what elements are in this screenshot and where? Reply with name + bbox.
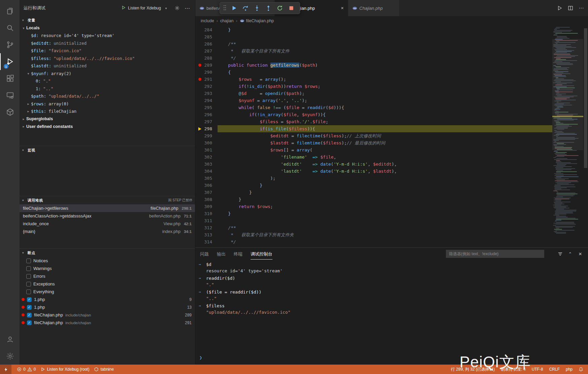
code-text[interactable]: } [218,26,552,33]
breakpoint-filter-row[interactable]: Errors [20,272,195,280]
gutter-decoration[interactable] [195,62,204,69]
variable-row[interactable]: ▾Locals [20,24,195,32]
panel-tab-terminal[interactable]: 终端 [234,248,242,260]
code-text[interactable]: return $rows; [218,203,552,210]
gear-icon[interactable] [173,4,181,12]
line-number[interactable]: 297 [204,118,218,125]
close-icon[interactable]: ✕ [341,6,344,10]
source-control-activity-button[interactable] [0,36,20,53]
code-text[interactable]: 'editdt' => date('Y-m-d H:i:s', $editdt)… [218,161,552,168]
breakpoint-filter-row[interactable]: Notices [20,257,195,265]
code-text[interactable]: 'lastdt' => date('Y-m-d H:i:s', $lastdt)… [218,168,552,175]
gutter-decoration[interactable] [195,83,204,90]
gutter-decoration[interactable] [195,111,204,118]
code-text[interactable]: /** [218,224,552,231]
code-text[interactable]: $lastdt = filemtime($filess);// 最后修改的时间 [218,139,552,146]
gutter-decoration[interactable] [195,203,204,210]
checkbox-checked[interactable]: ✓ [27,305,32,310]
tabnine-status[interactable]: tabnine [94,367,113,372]
code-text[interactable] [218,217,552,224]
code-text[interactable]: } [218,210,552,217]
gutter-decoration[interactable] [195,231,204,238]
breakpoint-row[interactable]: ✓fileChajian.phpinclude/chajian291 [20,319,195,327]
debug-console-input[interactable]: ❯ [195,353,588,362]
debug-continue-button[interactable] [229,3,239,13]
editor-scrollbar[interactable] [583,26,588,247]
breakpoint-row[interactable]: ✓fileChajian.phpinclude/chajian289 [20,311,195,319]
filter-lines-icon[interactable] [557,251,563,257]
remote-explorer-activity-button[interactable] [0,87,20,104]
code-text[interactable]: $nyunf = array('.', '..'); [218,97,552,104]
gutter-decoration[interactable] [195,175,204,182]
code-text[interactable] [218,33,552,40]
code-text[interactable]: ); [218,175,552,182]
line-number[interactable]: 289 [204,62,218,69]
panel-tab-output[interactable]: 输出 [217,248,226,260]
extensions-activity-button[interactable] [0,70,20,87]
gutter-decoration[interactable] [195,154,204,161]
code-text[interactable]: * 获取某个目录下所有文件夹 [218,231,552,238]
line-number[interactable]: 312 [204,224,218,231]
variable-row[interactable]: ▸Superglobals [20,115,195,123]
code-text[interactable]: if(is_file($filess)){ [218,125,552,132]
gutter-decoration[interactable] [195,189,204,196]
encoding-status[interactable]: UTF-8 [532,367,543,372]
variable-row[interactable]: $lastdt:uninitialized [20,62,195,70]
variable-row[interactable]: $d:resource id='4' type='stream' [20,32,195,40]
panel-tab-problems[interactable]: 问题 [200,248,209,260]
code-text[interactable]: * 获取某个目录下所有文件 [218,47,552,55]
drag-handle[interactable] [223,5,226,11]
code-text[interactable]: /** [218,40,552,47]
gutter-decoration[interactable] [195,69,204,76]
debug-step-into-button[interactable] [252,3,262,13]
variable-row[interactable]: ▸$this:fileChajian [20,108,195,115]
checkbox-unchecked[interactable] [26,266,31,271]
more-actions-icon[interactable]: ⋯ [578,5,585,11]
debug-target-status[interactable]: Listen for Xdebug (root) [40,367,89,372]
stack-frame[interactable]: include_onceView.php42:1 [20,220,195,228]
checkbox-unchecked[interactable] [26,290,31,294]
call-stack-section-header[interactable]: ▾ 调用堆栈 因 STEP 已暂停 [20,196,195,204]
code-text[interactable]: */ [218,55,552,62]
gutter-decoration[interactable] [195,161,204,168]
more-actions-icon[interactable]: ⋯ [184,4,191,12]
code-text[interactable]: 'filename' => $file, [218,154,552,161]
line-number[interactable]: 284 [204,26,218,33]
variable-row[interactable]: $file:"favicon.ico" [20,47,195,55]
checkbox-unchecked[interactable] [26,274,31,279]
code-text[interactable]: public function getfilerows($path) [218,62,552,69]
scrollbar-thumb[interactable] [584,28,587,168]
code-text[interactable]: $editdt = filectime($filess);// 上次修改时间 [218,132,552,139]
account-button[interactable] [0,331,20,348]
line-number[interactable]: 292 [204,83,218,90]
checkbox-checked[interactable]: ✓ [27,320,32,325]
code-text[interactable]: if(!is_dir($path))return $rows; [218,83,552,90]
gutter-decoration[interactable] [195,90,204,97]
language-status[interactable]: php [566,367,573,372]
variable-row[interactable]: $editdt:uninitialized [20,39,195,47]
variable-row[interactable]: 1:".." [20,85,195,93]
gutter-decoration[interactable] [195,224,204,231]
settings-button[interactable] [0,348,20,365]
cursor-position[interactable]: 行 289, 列 32 (已选择11) [451,367,495,372]
line-number[interactable]: 300 [204,139,218,146]
minimap[interactable] [552,26,583,247]
breakpoint-row[interactable]: ✓1.php13 [20,303,195,311]
line-number[interactable]: 295 [204,104,218,111]
line-number[interactable]: 291 [204,76,218,83]
debug-step-out-button[interactable] [263,3,273,13]
remote-indicator-icon[interactable] [0,365,11,374]
line-number[interactable]: 308 [204,196,218,203]
gutter-decoration[interactable] [195,217,204,224]
line-number[interactable]: 303 [204,161,218,168]
line-number[interactable]: 293 [204,90,218,97]
gutter-decoration[interactable] [195,196,204,203]
indentation-status[interactable]: 制表符长度: 4 [501,367,525,372]
code-text[interactable]: */ [218,238,552,245]
variable-row[interactable]: ▸$rows:array(0) [20,100,195,108]
run-or-debug-icon[interactable] [556,5,563,11]
checkbox-checked[interactable]: ✓ [27,313,32,317]
gutter-decoration[interactable] [195,125,204,132]
line-number[interactable]: 313 [204,231,218,238]
stack-frame[interactable]: fileChajian->getfilerowsfileChajian.php2… [20,204,195,212]
